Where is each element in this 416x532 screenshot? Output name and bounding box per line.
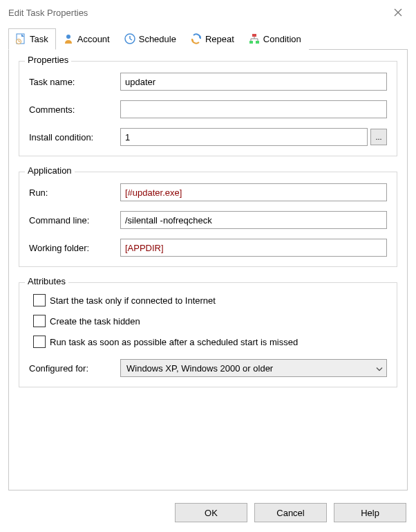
install-condition-input[interactable] [120, 128, 368, 146]
configured-for-label: Configured for: [29, 363, 120, 374]
buttonbar: OK Cancel Help [0, 499, 416, 532]
run-row: Run: [29, 183, 387, 201]
cb-asap-label: Run task as soon as possible after a sch… [50, 337, 298, 347]
working-folder-row: Working folder: [29, 239, 387, 257]
cb-asap-checkbox[interactable] [33, 336, 46, 348]
application-legend: Application [25, 165, 75, 176]
tab-content: Properties Task name: Comments: Install … [8, 49, 408, 490]
tab-account[interactable]: Account [56, 28, 117, 50]
tab-repeat[interactable]: Repeat [184, 28, 242, 50]
help-button[interactable]: Help [334, 503, 406, 522]
tab-condition-label: Condition [263, 34, 301, 44]
tab-account-label: Account [77, 34, 110, 44]
tab-task[interactable]: Task [8, 28, 56, 50]
task-name-row: Task name: [29, 73, 387, 91]
svg-rect-10 [252, 34, 256, 37]
cb-internet-checkbox[interactable] [33, 294, 46, 306]
install-condition-row: Install condition: ... [29, 128, 387, 146]
cb-internet-row: Start the task only if connected to Inte… [29, 294, 387, 306]
cb-asap-row: Run task as soon as possible after a sch… [29, 336, 387, 348]
command-line-label: Command line: [29, 215, 120, 226]
titlebar: Edit Task Properties [0, 0, 416, 28]
run-input[interactable] [120, 183, 387, 201]
tab-task-label: Task [30, 34, 48, 44]
configured-for-select[interactable]: Windows XP, Windows 2000 or older [120, 359, 387, 377]
task-name-input[interactable] [120, 73, 387, 91]
tab-repeat-label: Repeat [205, 34, 234, 44]
install-condition-label: Install condition: [29, 132, 120, 143]
cb-hidden-checkbox[interactable] [33, 315, 46, 327]
dialog-title: Edit Task Properties [8, 8, 88, 18]
properties-legend: Properties [25, 55, 71, 65]
close-button[interactable] [387, 4, 409, 21]
command-line-input[interactable] [120, 211, 387, 229]
tab-condition[interactable]: Condition [242, 28, 309, 50]
schedule-icon [124, 33, 136, 45]
cancel-button[interactable]: Cancel [254, 503, 327, 522]
configured-for-row: Configured for: Windows XP, Windows 2000… [29, 359, 387, 377]
task-name-label: Task name: [29, 77, 120, 87]
tab-schedule[interactable]: Schedule [117, 28, 184, 50]
configured-for-value: Windows XP, Windows 2000 or older [126, 363, 273, 374]
install-condition-browse-button[interactable]: ... [370, 129, 387, 145]
run-label: Run: [29, 187, 120, 198]
cb-hidden-row: Create the task hidden [29, 315, 387, 327]
cb-internet-label: Start the task only if connected to Inte… [50, 295, 216, 306]
working-folder-label: Working folder: [29, 243, 120, 253]
properties-group: Properties Task name: Comments: Install … [19, 61, 397, 156]
ok-button[interactable]: OK [175, 503, 247, 522]
comments-row: Comments: [29, 100, 387, 118]
svg-rect-16 [256, 41, 259, 44]
cb-hidden-label: Create the task hidden [50, 316, 140, 327]
svg-rect-15 [249, 41, 253, 44]
application-group: Application Run: Command line: Working f… [19, 172, 397, 267]
condition-icon [248, 33, 261, 45]
edit-task-dialog: Edit Task Properties Task [0, 0, 416, 532]
command-line-row: Command line: [29, 211, 387, 229]
attributes-group: Attributes Start the task only if connec… [19, 282, 397, 387]
close-icon [393, 8, 403, 17]
comments-label: Comments: [29, 104, 120, 115]
repeat-icon [190, 33, 202, 45]
comments-input[interactable] [120, 100, 387, 118]
svg-point-6 [66, 35, 70, 39]
account-icon [62, 33, 75, 45]
install-condition-wrapper: ... [120, 128, 387, 146]
working-folder-input[interactable] [120, 239, 387, 257]
tab-schedule-label: Schedule [139, 34, 176, 44]
attributes-legend: Attributes [25, 276, 68, 286]
task-icon [15, 33, 27, 45]
tabstrip: Task Account Schedule [0, 28, 416, 49]
